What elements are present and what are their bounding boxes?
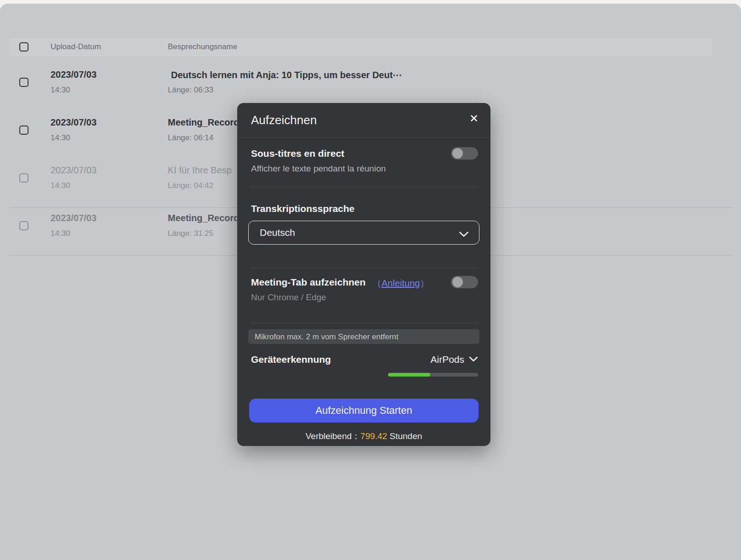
dialog-title: Aufzeichnen [251,113,317,127]
selected-device: AirPods [430,354,464,365]
column-header-upload-date: Upload-Datum [51,42,101,51]
live-captions-description: Afficher le texte pendant la réunion [251,164,386,174]
remaining-suffix: Stunden [387,431,422,441]
row-upload-time: 14:30 [51,86,70,95]
row-meeting-title: Meeting_Record [168,213,239,223]
section-divider [250,268,478,268]
row-length: Länge: 06:14 [168,133,213,143]
dialog-header: Aufzeichnen ✕ [237,103,490,138]
selected-language: Deutsch [260,227,295,238]
live-captions-toggle[interactable] [451,147,478,160]
chevron-down-icon [459,231,469,239]
row-checkbox[interactable] [19,78,28,87]
row-meeting-title: Meeting_Record [168,117,239,128]
section-divider [250,323,478,323]
select-all-checkbox[interactable] [19,42,28,51]
start-recording-button[interactable]: Aufzeichnung Starten [249,399,479,423]
row-length: Länge: 31:25 [168,229,213,238]
row-upload-date: 2023/07/03 [51,117,97,128]
device-level-meter [388,373,478,377]
row-meeting-title: Deutsch lernen mit Anja: 10 Tipps, um be… [171,69,402,80]
device-select[interactable]: AirPods [430,354,478,365]
close-icon[interactable]: ✕ [469,113,479,124]
row-upload-date: 2023/07/03 [51,213,97,223]
row-checkbox[interactable] [19,173,28,183]
record-dialog: Aufzeichnen ✕ Sous-titres en direct Affi… [237,103,490,446]
transcription-language-label: Transkriptionssprache [251,203,354,214]
record-tab-description: Nur Chrome / Edge [251,292,326,303]
toggle-knob [452,277,463,287]
row-upload-date: 2023/07/03 [51,165,97,176]
column-header-meeting-name: Besprechungsname [168,42,237,51]
section-divider [250,187,478,187]
live-captions-label: Sous-titres en direct [251,148,344,159]
remaining-hours: Verbleibend：799.42 Stunden [237,430,490,442]
device-detection-label: Geräteerkennung [251,354,331,365]
device-level-fill [388,373,430,377]
remaining-hours-value: 799.42 [360,431,387,441]
row-length: Länge: 04:42 [168,181,213,190]
row-checkbox[interactable] [19,126,28,135]
table-header: Upload-Datum Besprechungsname [8,38,712,56]
record-tab-toggle[interactable] [451,276,478,288]
remaining-prefix: Verbleibend： [306,431,360,441]
tutorial-link[interactable]: （Anleitung） [372,277,429,290]
row-upload-date: 2023/07/03 [51,69,97,80]
microphone-hint-bar: Mikrofon max. 2 m vom Sprecher entfernt [248,329,479,344]
row-upload-time: 14:30 [51,133,70,143]
toggle-knob [452,148,463,159]
microphone-hint-text: Mikrofon max. 2 m vom Sprecher entfernt [255,332,399,342]
row-meeting-title: KI für Ihre Besp [168,165,232,176]
row-length: Länge: 06:33 [168,86,213,95]
row-upload-time: 14:30 [51,181,70,190]
row-checkbox[interactable] [19,221,28,230]
record-tab-label: Meeting-Tab aufzeichnen [251,277,365,288]
transcription-language-select[interactable]: Deutsch [248,221,479,245]
chevron-down-icon [469,355,478,364]
row-upload-time: 14:30 [51,229,70,238]
